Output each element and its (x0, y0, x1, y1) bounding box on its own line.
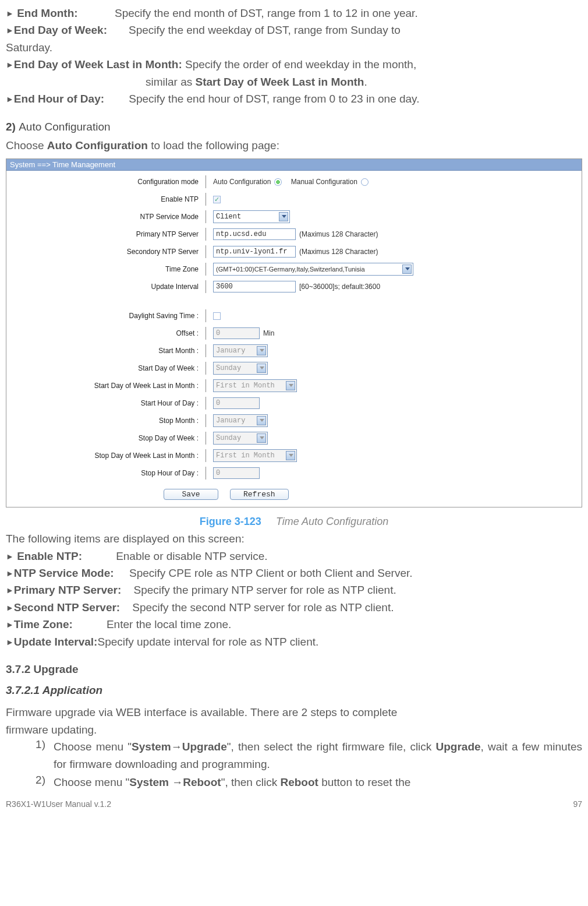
value: (GMT+01:00)CET-Germany,Italy,Switzerland… (216, 266, 365, 273)
desc: Enable or disable NTP service. (116, 550, 268, 562)
text: ", then click (221, 776, 281, 788)
label-conf-mode: Configuration mode (12, 178, 206, 186)
text: button to reset the (318, 776, 410, 788)
value: January (216, 417, 245, 425)
desc: Specify the end month of DST, range from… (115, 7, 418, 19)
bullet-icon: ► (6, 94, 14, 104)
def-second-ntp: ►Second NTP Server: Specify the second N… (6, 599, 582, 616)
input-secondary-ntp[interactable]: ntp.univ-lyon1.fr (213, 246, 296, 258)
input-offset[interactable]: 0 (213, 327, 260, 339)
label-update-interval: Update Interval (12, 283, 206, 291)
step-2: 2) Choose menu "System →Reboot", then cl… (31, 774, 582, 791)
menu-upgrade: Upgrade (182, 741, 227, 753)
def-tz: ►Time Zone: Enter the local time zone. (6, 616, 582, 633)
input-primary-ntp[interactable]: ntp.ucsd.edu (213, 228, 296, 240)
desc: Specify the primary NTP server for role … (133, 584, 396, 596)
note-update-interval: [60~36000]s; default:3600 (299, 283, 380, 291)
text: Choose (6, 139, 47, 151)
label: NTP Service Mode: (14, 567, 114, 579)
select-start-dow-last[interactable]: First in Month (213, 379, 297, 392)
select-timezone[interactable]: (GMT+01:00)CET-Germany,Italy,Switzerland… (213, 263, 413, 276)
checkbox-enable-ntp[interactable]: ✓ (213, 196, 221, 203)
figure-caption: Figure 3-123 Time Auto Configuration (6, 516, 582, 528)
num: 2) (6, 121, 16, 133)
input-stop-hour[interactable]: 0 (213, 467, 260, 479)
def-primary-ntp: ►Primary NTP Server: Specify the primary… (6, 581, 582, 598)
below-intro: The following items are displayed on thi… (6, 530, 582, 547)
window-titlebar: System ==> Time Management (6, 159, 582, 171)
figure-number: Figure 3-123 (200, 516, 261, 527)
text-bold: Auto Configuration (47, 139, 148, 151)
def-end-dow-last-cont: similar as Start Day of Week Last in Mon… (6, 73, 582, 90)
bullet-icon: ► (6, 60, 14, 69)
label-timezone: Time Zone (12, 265, 206, 273)
bullet-icon: ► (6, 620, 14, 629)
upgrade-intro-1: Firmware upgrade via WEB interface is av… (6, 704, 582, 721)
value: January (216, 347, 245, 355)
label-stop-hour: Stop Hour of Day : (12, 469, 206, 477)
radio-manual-label: Manual Configuration (291, 178, 357, 186)
select-stop-dow-last[interactable]: First in Month (213, 449, 297, 462)
select-start-month[interactable]: January (213, 344, 268, 357)
bullet-icon: ► (6, 552, 14, 561)
label-start-month: Start Month : (12, 347, 206, 355)
button-name-upgrade: Upgrade (436, 741, 481, 753)
text: Choose menu " (54, 741, 132, 753)
bullet-icon: ► (6, 637, 14, 647)
menu-system: System (129, 776, 172, 788)
value: Sunday (216, 434, 241, 442)
value: ntp.univ-lyon1.fr (216, 248, 287, 256)
bullet-icon: ► (6, 603, 14, 612)
def-end-hour: ►End Hour of Day: Specify the end hour o… (6, 90, 582, 107)
footer-right: 97 (573, 799, 582, 809)
label: Primary NTP Server: (14, 584, 121, 596)
section-2-intro: Choose Auto Configuration to load the fo… (6, 137, 582, 154)
checkbox-dst[interactable] (213, 312, 221, 320)
bullet-icon: ► (6, 586, 14, 595)
value: ntp.ucsd.edu (216, 230, 266, 238)
menu-system: System (132, 741, 171, 753)
radio-auto-label: Auto Configuration (213, 178, 271, 186)
label: Update Interval: (14, 636, 98, 648)
text: Choose menu " (54, 776, 129, 788)
value: First in Month (216, 382, 275, 390)
save-button[interactable]: Save (164, 489, 218, 500)
select-start-dow[interactable]: Sunday (213, 362, 268, 375)
label-stop-dow-last: Stop Day of Week Last in Month : (12, 452, 206, 460)
step-1: 1) Choose menu "System→Upgrade", then se… (31, 738, 582, 774)
refresh-button[interactable]: Refresh (230, 489, 289, 500)
label-offset: Offset : (12, 329, 206, 337)
input-start-hour[interactable]: 0 (213, 397, 260, 409)
heading-3-7-2-1: 3.7.2.1 Application (6, 684, 582, 697)
arrow-icon: → (172, 776, 183, 788)
label: End Hour of Day: (14, 93, 104, 105)
def-end-dow: ►End Day of Week: Specify the end weekda… (6, 22, 582, 38)
label: End Day of Week: (14, 24, 107, 36)
label-start-dow: Start Day of Week : (12, 364, 206, 372)
radio-manual[interactable] (361, 178, 369, 186)
label: End Day of Week Last in Month: (14, 58, 182, 70)
select-ntp-mode[interactable]: Client (213, 210, 290, 223)
def-end-dow-last: ►End Day of Week Last in Month: Specify … (6, 56, 582, 73)
def-enable-ntp: ► Enable NTP: Enable or disable NTP serv… (6, 548, 582, 565)
label: Time Zone: (14, 618, 73, 630)
label-dst: Daylight Saving Time : (12, 312, 206, 320)
desc: Specify the end weekday of DST, range fr… (129, 24, 401, 36)
unit-offset: Min (263, 329, 274, 337)
def-end-dow-cont: Saturday. (6, 39, 582, 56)
select-stop-dow[interactable]: Sunday (213, 432, 268, 445)
label-stop-dow: Stop Day of Week : (12, 434, 206, 442)
desc: Specify the end hour of DST, range from … (129, 93, 419, 105)
menu-reboot: Reboot (183, 776, 221, 788)
input-update-interval[interactable]: 3600 (213, 281, 296, 292)
value: 0 (216, 469, 220, 477)
screenshot-time-management: System ==> Time Management Configuration… (6, 158, 582, 507)
value: Client (216, 213, 241, 221)
label-start-dow-last: Start Day of Week Last in Month : (12, 382, 206, 390)
select-stop-month[interactable]: January (213, 414, 268, 427)
note-secondary: (Maximus 128 Character) (299, 248, 378, 256)
radio-auto[interactable] (274, 178, 282, 186)
label-start-hour: Start Hour of Day : (12, 399, 206, 407)
bullet-icon: ► (6, 9, 14, 18)
desc: Specify the order of end weekday in the … (185, 58, 416, 70)
